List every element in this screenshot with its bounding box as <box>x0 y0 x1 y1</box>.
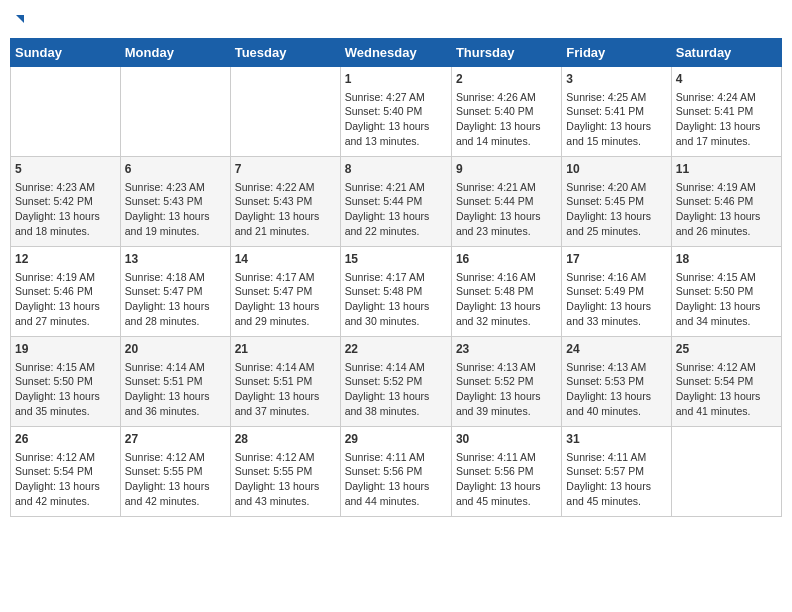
day-info: Sunset: 5:46 PM <box>15 284 116 299</box>
day-info: and 33 minutes. <box>566 314 666 329</box>
logo-arrow-icon <box>10 13 26 27</box>
day-number: 5 <box>15 161 116 178</box>
day-info: Daylight: 13 hours <box>345 299 447 314</box>
calendar-cell: 10Sunrise: 4:20 AMSunset: 5:45 PMDayligh… <box>562 156 671 246</box>
calendar-cell: 21Sunrise: 4:14 AMSunset: 5:51 PMDayligh… <box>230 336 340 426</box>
day-info: Daylight: 13 hours <box>125 389 226 404</box>
day-number: 2 <box>456 71 557 88</box>
calendar-cell: 25Sunrise: 4:12 AMSunset: 5:54 PMDayligh… <box>671 336 781 426</box>
calendar-week-row: 12Sunrise: 4:19 AMSunset: 5:46 PMDayligh… <box>11 246 782 336</box>
day-info: Sunrise: 4:25 AM <box>566 90 666 105</box>
day-info: Sunset: 5:56 PM <box>345 464 447 479</box>
calendar-cell: 18Sunrise: 4:15 AMSunset: 5:50 PMDayligh… <box>671 246 781 336</box>
day-info: Sunrise: 4:14 AM <box>125 360 226 375</box>
svg-marker-0 <box>16 15 24 23</box>
calendar-cell: 27Sunrise: 4:12 AMSunset: 5:55 PMDayligh… <box>120 426 230 516</box>
column-header-wednesday: Wednesday <box>340 38 451 66</box>
calendar-cell: 3Sunrise: 4:25 AMSunset: 5:41 PMDaylight… <box>562 66 671 156</box>
day-info: and 22 minutes. <box>345 224 447 239</box>
day-info: Sunrise: 4:12 AM <box>125 450 226 465</box>
day-info: Sunrise: 4:12 AM <box>235 450 336 465</box>
day-number: 25 <box>676 341 777 358</box>
day-number: 18 <box>676 251 777 268</box>
day-info: and 44 minutes. <box>345 494 447 509</box>
day-info: Sunrise: 4:11 AM <box>345 450 447 465</box>
column-header-friday: Friday <box>562 38 671 66</box>
day-info: and 34 minutes. <box>676 314 777 329</box>
day-number: 6 <box>125 161 226 178</box>
day-info: and 39 minutes. <box>456 404 557 419</box>
day-info: and 21 minutes. <box>235 224 336 239</box>
day-info: Sunrise: 4:15 AM <box>15 360 116 375</box>
day-info: Sunrise: 4:12 AM <box>676 360 777 375</box>
day-info: Sunrise: 4:24 AM <box>676 90 777 105</box>
day-info: Sunset: 5:40 PM <box>345 104 447 119</box>
day-number: 29 <box>345 431 447 448</box>
calendar-cell: 20Sunrise: 4:14 AMSunset: 5:51 PMDayligh… <box>120 336 230 426</box>
day-info: Sunset: 5:43 PM <box>125 194 226 209</box>
day-number: 22 <box>345 341 447 358</box>
day-info: and 37 minutes. <box>235 404 336 419</box>
calendar-week-row: 19Sunrise: 4:15 AMSunset: 5:50 PMDayligh… <box>11 336 782 426</box>
day-info: Daylight: 13 hours <box>235 479 336 494</box>
calendar-cell: 12Sunrise: 4:19 AMSunset: 5:46 PMDayligh… <box>11 246 121 336</box>
day-info: Daylight: 13 hours <box>676 299 777 314</box>
day-info: Daylight: 13 hours <box>566 479 666 494</box>
day-number: 17 <box>566 251 666 268</box>
day-info: Sunset: 5:44 PM <box>345 194 447 209</box>
day-info: Sunrise: 4:23 AM <box>15 180 116 195</box>
day-info: Sunset: 5:52 PM <box>456 374 557 389</box>
calendar-cell <box>230 66 340 156</box>
calendar-cell: 15Sunrise: 4:17 AMSunset: 5:48 PMDayligh… <box>340 246 451 336</box>
day-info: Daylight: 13 hours <box>456 479 557 494</box>
day-number: 4 <box>676 71 777 88</box>
day-info: Daylight: 13 hours <box>566 209 666 224</box>
day-info: Sunrise: 4:21 AM <box>345 180 447 195</box>
day-info: Daylight: 13 hours <box>345 119 447 134</box>
day-info: Daylight: 13 hours <box>566 389 666 404</box>
day-info: Sunrise: 4:20 AM <box>566 180 666 195</box>
day-info: Sunrise: 4:27 AM <box>345 90 447 105</box>
day-number: 13 <box>125 251 226 268</box>
day-info: Sunset: 5:48 PM <box>456 284 557 299</box>
column-header-tuesday: Tuesday <box>230 38 340 66</box>
day-number: 21 <box>235 341 336 358</box>
day-number: 10 <box>566 161 666 178</box>
calendar-cell: 28Sunrise: 4:12 AMSunset: 5:55 PMDayligh… <box>230 426 340 516</box>
page-header <box>10 10 782 30</box>
day-info: Sunrise: 4:26 AM <box>456 90 557 105</box>
day-info: Daylight: 13 hours <box>456 209 557 224</box>
day-number: 19 <box>15 341 116 358</box>
day-info: Daylight: 13 hours <box>345 479 447 494</box>
day-info: and 28 minutes. <box>125 314 226 329</box>
day-info: Sunset: 5:47 PM <box>125 284 226 299</box>
day-info: Sunrise: 4:22 AM <box>235 180 336 195</box>
day-info: Sunrise: 4:17 AM <box>345 270 447 285</box>
calendar-cell: 13Sunrise: 4:18 AMSunset: 5:47 PMDayligh… <box>120 246 230 336</box>
day-info: and 32 minutes. <box>456 314 557 329</box>
calendar-cell: 2Sunrise: 4:26 AMSunset: 5:40 PMDaylight… <box>451 66 561 156</box>
day-info: Sunrise: 4:14 AM <box>345 360 447 375</box>
day-info: Sunrise: 4:15 AM <box>676 270 777 285</box>
day-number: 7 <box>235 161 336 178</box>
calendar-cell: 24Sunrise: 4:13 AMSunset: 5:53 PMDayligh… <box>562 336 671 426</box>
column-header-monday: Monday <box>120 38 230 66</box>
day-info: and 40 minutes. <box>566 404 666 419</box>
day-info: Sunset: 5:50 PM <box>15 374 116 389</box>
day-info: Sunset: 5:48 PM <box>345 284 447 299</box>
calendar-cell: 30Sunrise: 4:11 AMSunset: 5:56 PMDayligh… <box>451 426 561 516</box>
day-info: and 45 minutes. <box>456 494 557 509</box>
day-info: and 45 minutes. <box>566 494 666 509</box>
calendar-cell: 5Sunrise: 4:23 AMSunset: 5:42 PMDaylight… <box>11 156 121 246</box>
calendar-cell: 31Sunrise: 4:11 AMSunset: 5:57 PMDayligh… <box>562 426 671 516</box>
day-number: 1 <box>345 71 447 88</box>
day-info: Daylight: 13 hours <box>15 479 116 494</box>
calendar-cell <box>671 426 781 516</box>
day-info: Daylight: 13 hours <box>15 209 116 224</box>
day-info: Sunrise: 4:21 AM <box>456 180 557 195</box>
day-info: Sunrise: 4:11 AM <box>566 450 666 465</box>
day-number: 31 <box>566 431 666 448</box>
day-info: Sunrise: 4:18 AM <box>125 270 226 285</box>
day-info: Sunset: 5:54 PM <box>15 464 116 479</box>
day-info: Sunset: 5:50 PM <box>676 284 777 299</box>
